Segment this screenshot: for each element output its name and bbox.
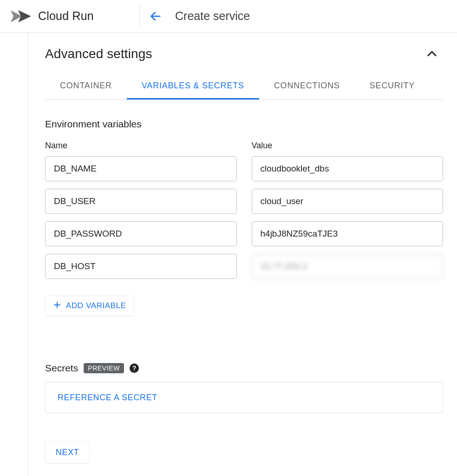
cloud-run-logo-icon (10, 9, 33, 24)
secrets-header: Secrets PREVIEW ? (45, 363, 443, 374)
env-value-input-2[interactable] (252, 221, 444, 246)
env-value-input-1[interactable] (252, 189, 444, 214)
preview-badge: PREVIEW (84, 363, 124, 373)
env-value-input-0[interactable] (252, 156, 444, 181)
env-table: Name Value (45, 141, 443, 286)
env-value-header: Value (252, 141, 444, 151)
env-name-header: Name (45, 141, 237, 151)
tab-container[interactable]: CONTAINER (45, 74, 127, 99)
add-variable-button[interactable]: ADD VARIABLE (45, 296, 134, 316)
env-name-input-3[interactable] (45, 254, 237, 279)
top-bar: Cloud Run Create service (0, 0, 457, 33)
env-name-input-1[interactable] (45, 189, 237, 214)
product-name: Cloud Run (38, 9, 94, 23)
secrets-title: Secrets (45, 363, 78, 374)
tab-security[interactable]: SECURITY (355, 74, 430, 99)
next-button[interactable]: NEXT (45, 441, 90, 463)
plus-icon (53, 301, 61, 311)
tab-variables-secrets[interactable]: VARIABLES & SECRETS (127, 74, 259, 99)
help-icon[interactable]: ? (130, 364, 139, 373)
tab-connections[interactable]: CONNECTIONS (259, 74, 355, 99)
panel-title: Advanced settings (45, 46, 152, 61)
content-area: Advanced settings CONTAINER VARIABLES & … (28, 33, 457, 476)
add-variable-label: ADD VARIABLE (66, 301, 126, 311)
page-title: Create service (175, 9, 250, 23)
top-bar-left: Cloud Run (0, 0, 139, 32)
chevron-up-icon[interactable] (425, 47, 443, 60)
top-bar-right: Create service (140, 9, 250, 23)
env-value-input-3[interactable] (252, 254, 444, 279)
reference-secret-button[interactable]: REFERENCE A SECRET (58, 393, 157, 402)
secrets-box: REFERENCE A SECRET (45, 382, 443, 413)
env-value-column: Value (252, 141, 444, 286)
env-name-column: Name (45, 141, 237, 286)
tabs: CONTAINER VARIABLES & SECRETS CONNECTION… (45, 74, 443, 100)
back-arrow-icon[interactable] (149, 10, 162, 23)
env-name-input-2[interactable] (45, 221, 237, 246)
env-section-title: Environment variables (45, 119, 443, 130)
panel-header[interactable]: Advanced settings (45, 46, 443, 61)
env-name-input-0[interactable] (45, 156, 237, 181)
